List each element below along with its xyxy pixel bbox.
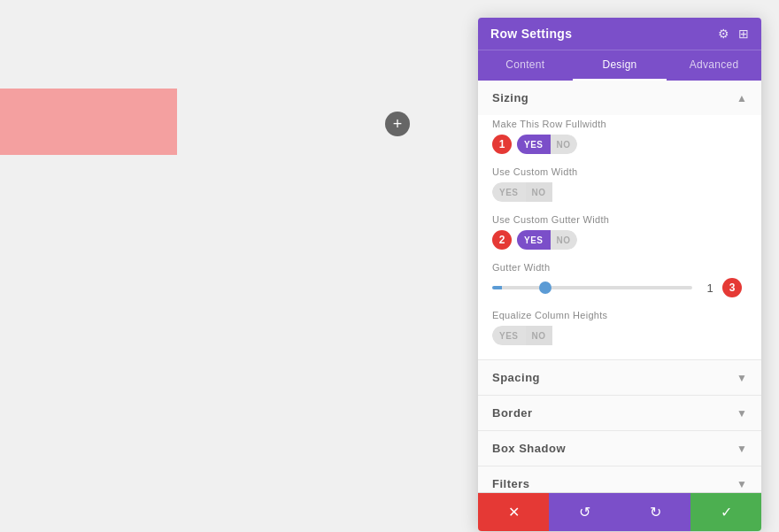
form-row-equalize-heights: Equalize Column Heights YES NO	[492, 310, 747, 345]
panel-body: Sizing ▲ Make This Row Fullwidth 1 YES N…	[478, 81, 761, 492]
custom-gutter-toggle-row: 2 YES NO	[492, 230, 747, 250]
fullwidth-toggle-row: 1 YES NO	[492, 135, 747, 154]
expand-icon[interactable]: ⊞	[738, 27, 749, 41]
tab-content[interactable]: Content	[478, 50, 573, 81]
add-row-button[interactable]: +	[385, 112, 410, 136]
toggle-no-label: NO	[526, 182, 552, 202]
section-sizing-title: Sizing	[492, 91, 528, 104]
form-row-custom-width: Use Custom Width YES NO	[492, 166, 747, 202]
section-spacing-header[interactable]: Spacing ▼	[478, 360, 761, 395]
section-border-header[interactable]: Border ▼	[478, 396, 761, 430]
tab-design[interactable]: Design	[573, 50, 667, 81]
section-filters: Filters ▼	[478, 466, 761, 492]
equalize-heights-toggle[interactable]: YES NO	[492, 326, 747, 345]
tab-advanced[interactable]: Advanced	[667, 50, 761, 81]
gutter-width-value: 1	[701, 281, 719, 295]
section-border: Border ▼	[478, 396, 761, 431]
custom-gutter-label: Use Custom Gutter Width	[492, 214, 747, 225]
redo-button[interactable]: ↻	[620, 493, 690, 531]
badge-1: 1	[492, 135, 512, 154]
gutter-width-slider[interactable]	[492, 286, 692, 289]
confirm-button[interactable]: ✓	[690, 493, 761, 531]
toggle-yes-label: YES	[517, 230, 551, 250]
section-sizing-header[interactable]: Sizing ▲	[478, 81, 761, 115]
pink-block	[0, 89, 177, 155]
sizing-chevron-icon: ▲	[737, 92, 747, 104]
undo-button[interactable]: ↺	[549, 493, 620, 531]
fullwidth-label: Make This Row Fullwidth	[492, 119, 747, 129]
toggle-yes-label: YES	[517, 135, 551, 154]
toggle-yes-label: YES	[492, 182, 526, 202]
section-box-shadow-header[interactable]: Box Shadow ▼	[478, 431, 761, 466]
fullwidth-toggle[interactable]: YES NO	[517, 135, 577, 154]
toggle-no-label: NO	[551, 135, 577, 154]
canvas-area: +	[0, 0, 478, 532]
form-row-custom-gutter: Use Custom Gutter Width 2 YES NO	[492, 214, 747, 250]
form-row-fullwidth: Make This Row Fullwidth 1 YES NO	[492, 119, 747, 154]
settings-icon[interactable]: ⚙	[718, 27, 729, 41]
custom-width-label: Use Custom Width	[492, 166, 747, 177]
badge-2: 2	[492, 230, 512, 250]
equalize-heights-label: Equalize Column Heights	[492, 310, 747, 320]
panel-header-icons: ⚙ ⊞	[718, 27, 749, 41]
custom-width-toggle[interactable]: YES NO	[492, 182, 747, 202]
cancel-button[interactable]: ✕	[478, 493, 549, 531]
border-chevron-icon: ▼	[737, 407, 747, 420]
panel-title: Row Settings	[490, 27, 572, 41]
section-box-shadow-title: Box Shadow	[492, 442, 566, 455]
toggle-yes-label: YES	[492, 326, 526, 345]
gutter-slider-wrap: 1 3	[492, 278, 747, 297]
badge-3: 3	[722, 278, 742, 297]
tabs: Content Design Advanced	[478, 50, 761, 81]
section-filters-title: Filters	[492, 477, 530, 490]
section-spacing-title: Spacing	[492, 371, 540, 384]
box-shadow-chevron-icon: ▼	[737, 443, 747, 455]
section-sizing-content: Make This Row Fullwidth 1 YES NO Use Cus…	[478, 115, 761, 359]
custom-gutter-toggle[interactable]: YES NO	[517, 230, 577, 250]
panel-footer: ✕ ↺ ↻ ✓	[478, 492, 761, 531]
gutter-width-label: Gutter Width	[492, 262, 747, 273]
filters-chevron-icon: ▼	[737, 478, 747, 490]
form-row-gutter-width: Gutter Width 1 3	[492, 262, 747, 297]
section-sizing: Sizing ▲ Make This Row Fullwidth 1 YES N…	[478, 81, 761, 360]
toggle-no-label: NO	[526, 326, 552, 345]
spacing-chevron-icon: ▼	[737, 372, 747, 384]
section-filters-header[interactable]: Filters ▼	[478, 466, 761, 492]
section-spacing: Spacing ▼	[478, 360, 761, 396]
row-settings-panel: Row Settings ⚙ ⊞ Content Design Advanced…	[478, 18, 761, 531]
gutter-value-wrap: 1 3	[701, 278, 747, 297]
panel-header: Row Settings ⚙ ⊞	[478, 18, 761, 50]
toggle-no-label: NO	[551, 230, 577, 250]
section-border-title: Border	[492, 406, 533, 420]
section-box-shadow: Box Shadow ▼	[478, 431, 761, 466]
